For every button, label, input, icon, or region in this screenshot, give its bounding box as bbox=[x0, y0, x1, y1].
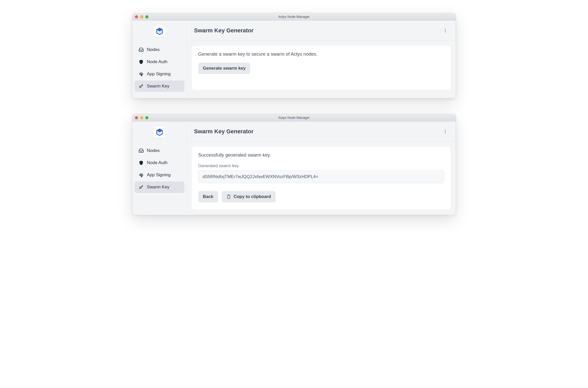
app-window-1: Actyx Node Manager Nodes bbox=[132, 13, 456, 98]
sidebar-item-label: App Signing bbox=[147, 71, 171, 77]
sidebar-item-label: Swarm Key bbox=[147, 185, 169, 190]
sidebar-item-nodes[interactable]: Nodes bbox=[134, 44, 184, 55]
sidebar-item-label: Node Auth bbox=[147, 59, 167, 64]
actyx-logo-icon bbox=[156, 128, 163, 136]
sidebar-item-swarm-key[interactable]: Swarm Key bbox=[134, 181, 184, 193]
button-label: Copy to clipboard bbox=[234, 194, 271, 199]
back-button[interactable]: Back bbox=[198, 191, 218, 202]
sidebar-item-nodes[interactable]: Nodes bbox=[134, 145, 184, 156]
titlebar: Actyx Node Manager bbox=[132, 13, 456, 20]
card-intro-text: Generate a swarm key to secure a swarm o… bbox=[198, 52, 444, 57]
page-header: Swarm Key Generator bbox=[187, 20, 456, 41]
page-title: Swarm Key Generator bbox=[194, 27, 254, 34]
page-menu-button[interactable] bbox=[442, 27, 448, 34]
swarm-key-result-card: Successfully generated swarm key. Genera… bbox=[192, 147, 450, 210]
page-header: Swarm Key Generator bbox=[187, 121, 456, 142]
app-logo-wrap bbox=[132, 123, 187, 144]
maximize-window-button[interactable] bbox=[145, 116, 148, 119]
success-message: Successfully generated swarm key. bbox=[198, 152, 444, 158]
generated-key-label: Generated swarm key bbox=[198, 164, 444, 168]
svg-point-5 bbox=[445, 130, 446, 130]
swarm-key-card: Generate a swarm key to secure a swarm o… bbox=[192, 46, 450, 90]
window-controls bbox=[135, 15, 148, 18]
close-window-button[interactable] bbox=[135, 116, 138, 119]
inbox-icon bbox=[139, 47, 144, 52]
page-menu-button[interactable] bbox=[442, 128, 448, 135]
fingerprint-icon bbox=[139, 71, 144, 77]
app-window-2: Actyx Node Manager Nodes bbox=[132, 114, 456, 215]
key-icon bbox=[139, 185, 144, 190]
minimize-window-button[interactable] bbox=[140, 15, 143, 18]
page-title: Swarm Key Generator bbox=[194, 128, 254, 135]
sidebar-item-app-signing[interactable]: App Signing bbox=[134, 68, 184, 80]
window-controls bbox=[135, 116, 148, 119]
maximize-window-button[interactable] bbox=[145, 15, 148, 18]
svg-rect-8 bbox=[227, 195, 230, 199]
svg-point-6 bbox=[445, 131, 446, 132]
sidebar: Nodes Node Auth App Signing Swarm Key bbox=[132, 20, 187, 98]
generate-swarm-key-button[interactable]: Generate swarm key bbox=[198, 63, 250, 74]
titlebar: Actyx Node Manager bbox=[132, 114, 456, 121]
fingerprint-icon bbox=[139, 172, 144, 178]
button-row: Back Copy to clipboard bbox=[198, 191, 444, 202]
svg-point-7 bbox=[445, 132, 446, 133]
sidebar-item-swarm-key[interactable]: Swarm Key bbox=[134, 80, 184, 92]
copy-to-clipboard-button[interactable]: Copy to clipboard bbox=[222, 191, 276, 202]
sidebar-item-label: Node Auth bbox=[147, 160, 167, 165]
kebab-menu-icon bbox=[443, 28, 448, 33]
svg-point-2 bbox=[445, 30, 446, 31]
close-window-button[interactable] bbox=[135, 15, 138, 18]
content: Generate a swarm key to secure a swarm o… bbox=[187, 41, 456, 98]
sidebar: Nodes Node Auth App Signing Swarm Key bbox=[132, 121, 187, 215]
sidebar-item-app-signing[interactable]: App Signing bbox=[134, 169, 184, 181]
main-area: Swarm Key Generator Successfully generat… bbox=[187, 121, 456, 215]
clipboard-icon bbox=[226, 194, 231, 199]
app-logo bbox=[154, 127, 165, 138]
actyx-logo-icon bbox=[156, 27, 163, 35]
app-logo bbox=[154, 26, 165, 37]
shield-icon bbox=[139, 160, 144, 165]
svg-point-3 bbox=[445, 31, 446, 32]
app-logo-wrap bbox=[132, 22, 187, 43]
generated-key-field[interactable]: dS5RNs8xjTMEr7wJQQ2JxfavEWXNVozFBp/W3zHD… bbox=[198, 170, 444, 183]
window-title: Actyx Node Manager bbox=[132, 116, 456, 120]
window-title: Actyx Node Manager bbox=[132, 15, 456, 19]
button-label: Back bbox=[203, 194, 213, 199]
kebab-menu-icon bbox=[443, 129, 448, 134]
sidebar-item-node-auth[interactable]: Node Auth bbox=[134, 157, 184, 169]
sidebar-item-label: Nodes bbox=[147, 148, 160, 153]
key-icon bbox=[139, 84, 144, 89]
content: Successfully generated swarm key. Genera… bbox=[187, 142, 456, 215]
sidebar-item-node-auth[interactable]: Node Auth bbox=[134, 56, 184, 68]
main-area: Swarm Key Generator Generate a swarm key… bbox=[187, 20, 456, 98]
sidebar-item-label: Swarm Key bbox=[147, 84, 169, 89]
sidebar-item-label: Nodes bbox=[147, 47, 160, 52]
inbox-icon bbox=[139, 148, 144, 153]
shield-icon bbox=[139, 59, 144, 64]
button-label: Generate swarm key bbox=[203, 66, 246, 71]
svg-point-1 bbox=[445, 29, 446, 30]
sidebar-item-label: App Signing bbox=[147, 172, 171, 178]
minimize-window-button[interactable] bbox=[140, 116, 143, 119]
